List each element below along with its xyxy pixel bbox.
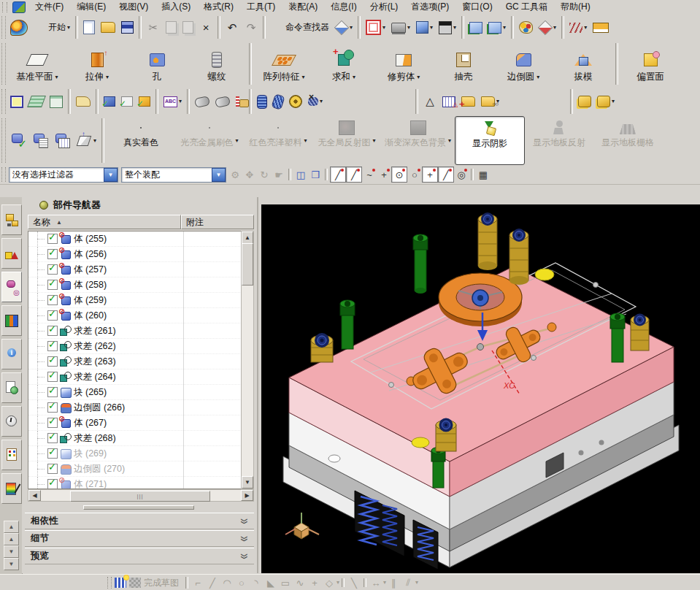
resource-tab-assembly-navigator[interactable] [1, 204, 22, 235]
panel-bottom-button[interactable]: ▼ [4, 558, 19, 570]
check-gadget-button[interactable] [7, 116, 29, 165]
finish-sketch-button[interactable]: 完成草图 [144, 577, 179, 589]
eraser-button[interactable]: ◫ [293, 167, 308, 182]
selection-filter-dropdown-icon[interactable]: ▼ [104, 168, 118, 182]
datum-plane-button[interactable]: 基准平面▾ [7, 41, 67, 87]
dropdown-caret-icon[interactable]: ▾ [67, 25, 70, 31]
selection-filter-combo[interactable]: 没有选择过滤器 ▼ [9, 167, 118, 183]
tree-row[interactable]: 求差 (262) [28, 339, 242, 354]
checkbox-checked-icon[interactable] [47, 234, 58, 244]
panel-down-button[interactable]: ▼ [4, 545, 19, 558]
scroll-down-icon[interactable]: ▼ [242, 476, 253, 489]
toolbar-grip[interactable] [1, 118, 6, 163]
resource-tab-notebook[interactable] [1, 440, 22, 470]
paste-button[interactable] [180, 19, 196, 36]
resource-tab-constraint-navigator[interactable] [1, 238, 22, 269]
resource-tab-web-browser[interactable] [1, 372, 22, 403]
menu-5[interactable]: 工具(T) [240, 0, 282, 14]
profile-button[interactable]: ⌐ [191, 576, 205, 589]
tree-row[interactable]: 求差 (268) [28, 431, 242, 446]
thread-button[interactable]: 螺纹 [187, 41, 247, 87]
app-logo-button[interactable] [7, 18, 31, 38]
hole-button[interactable]: 孔 [127, 41, 187, 87]
resource-tab-history[interactable] [1, 406, 22, 437]
menu-0[interactable]: 文件(F) [28, 0, 70, 14]
checkbox-checked-icon[interactable] [47, 433, 58, 443]
show-body-button[interactable] [101, 94, 118, 109]
dimension-button[interactable]: ↔ [369, 576, 383, 589]
snap-center-button[interactable]: ⊙ [391, 166, 407, 183]
horizontal-scroll-track[interactable]: ||| [41, 491, 241, 500]
resource-tab-information[interactable] [1, 339, 22, 369]
dropdown-caret-icon[interactable]: ▾ [304, 138, 307, 144]
offset-face-button[interactable]: 偏置面 [620, 41, 680, 87]
dropdown-caret-icon[interactable]: ▾ [301, 74, 304, 80]
folder-group-button[interactable]: ▾ [478, 94, 502, 109]
spring-tool-button[interactable]: ▾ [305, 95, 326, 108]
save-file-button[interactable] [118, 19, 136, 36]
trim-body-button[interactable]: 修剪体▾ [374, 41, 434, 87]
hide-body-button[interactable] [118, 94, 136, 109]
snap-vertex-button[interactable]: + [377, 167, 391, 182]
toolbar-grip[interactable] [1, 16, 6, 39]
checkbox-checked-icon[interactable] [47, 356, 58, 367]
undo-button[interactable]: ↶ [223, 19, 242, 37]
dropdown-caret-icon[interactable]: ▾ [93, 138, 96, 144]
show-all-button[interactable] [136, 94, 153, 109]
dropdown-caret-icon[interactable]: ▾ [373, 138, 376, 144]
show-floor-grid-button[interactable]: 显示地板栅格 [593, 116, 662, 165]
toolbar-grip[interactable] [1, 89, 6, 114]
checkbox-checked-icon[interactable] [47, 418, 58, 428]
line-button[interactable]: ╱ [205, 576, 220, 589]
checkbox-checked-icon[interactable] [47, 387, 58, 397]
view-orient-button[interactable]: ▾ [332, 19, 355, 37]
tree-row[interactable]: 体 (258) [28, 277, 242, 293]
selection-bar-grip[interactable] [1, 167, 6, 182]
layer-settings-button[interactable] [47, 93, 66, 110]
edge-blend-button[interactable]: 边倒圆▾ [493, 41, 553, 87]
chevron-down-icon[interactable]: » [236, 536, 255, 542]
checkbox-checked-icon[interactable] [47, 249, 58, 259]
drag-component-button[interactable]: ☛ [272, 167, 286, 182]
resource-tab-roles[interactable] [1, 473, 22, 504]
folder-new-button[interactable] [458, 94, 478, 109]
window-section-button[interactable]: ▾ [485, 20, 509, 36]
tree-row[interactable]: 边倒圆 (270) [28, 461, 242, 477]
horizontal-scroll-thumb[interactable]: ||| [70, 491, 210, 502]
tree-row[interactable]: 体 (259) [28, 293, 242, 308]
red-glossy-plastic-button[interactable]: 红色亮泽塑料▾ [244, 116, 312, 165]
parallel-constraint-button[interactable]: ∥ [386, 576, 401, 589]
tree-row[interactable]: 求差 (261) [28, 323, 242, 339]
menu-6[interactable]: 装配(A) [282, 0, 324, 14]
checkbox-checked-icon[interactable] [47, 464, 58, 474]
tree-horizontal-scrollbar[interactable]: ◀ ||| ▶ [28, 489, 254, 502]
checkbox-checked-icon[interactable] [47, 479, 58, 489]
command-finder-button[interactable]: 命令查找器 [268, 19, 332, 37]
dropdown-caret-icon[interactable]: ▾ [430, 25, 433, 31]
column-header-note[interactable]: 附注 [181, 215, 254, 229]
palette-button[interactable] [516, 19, 536, 36]
surface-2-button[interactable] [212, 95, 233, 109]
work-layer-button[interactable] [26, 93, 47, 110]
start-menu-button[interactable]: 开始▾ [31, 19, 73, 37]
checkbox-checked-icon[interactable] [47, 372, 58, 382]
tree-row[interactable]: 体 (271) [28, 477, 242, 489]
dropdown-caret-icon[interactable]: ▾ [320, 99, 323, 104]
section-preview[interactable]: 预览» [25, 548, 254, 564]
toolbar-grip[interactable] [1, 43, 6, 85]
view-cube-button[interactable]: ▾ [413, 19, 436, 36]
shell-button[interactable]: 抽壳 [434, 41, 493, 87]
dropdown-caret-icon[interactable]: ▾ [179, 99, 182, 104]
new-file-button[interactable] [80, 18, 98, 37]
tree-row[interactable]: 块 (265) [28, 385, 242, 400]
coil-button[interactable] [254, 93, 270, 111]
triangle-mesh-button[interactable]: △ [420, 93, 439, 110]
tree-row[interactable]: 体 (267) [28, 415, 242, 431]
resource-tab-part-navigator[interactable] [1, 272, 22, 302]
tree-row[interactable]: 边倒圆 (266) [28, 400, 242, 415]
checkbox-checked-icon[interactable] [47, 448, 58, 459]
section-details[interactable]: 细节» [25, 530, 254, 547]
section-dependencies[interactable]: 相依性» [25, 513, 254, 529]
render-mode-button[interactable]: ▾ [388, 20, 413, 35]
dropdown-caret-icon[interactable]: ▾ [55, 74, 58, 80]
